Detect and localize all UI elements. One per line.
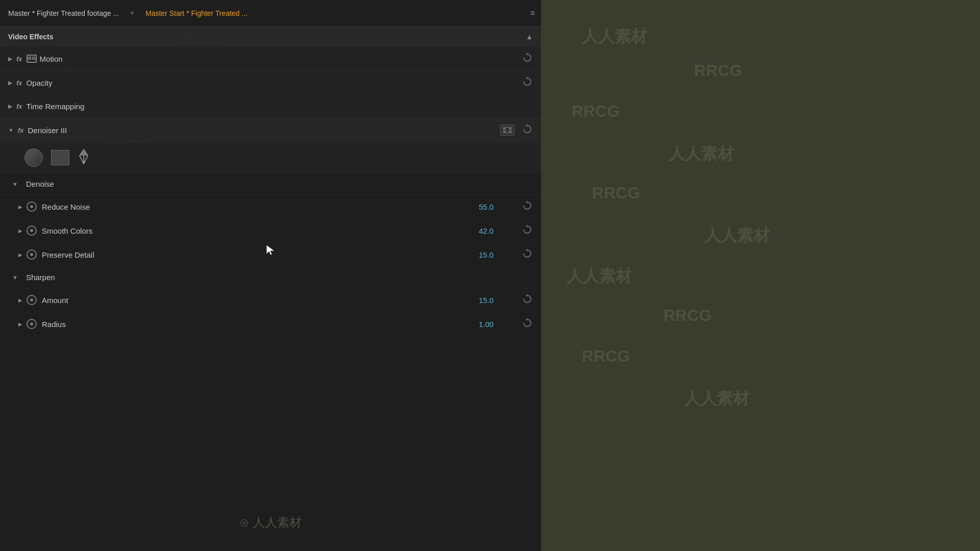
effect-row-motion: ▶ fx Motion xyxy=(0,47,541,71)
scroll-up-button[interactable]: ▲ xyxy=(526,33,533,41)
right-watermark-2: RRCG xyxy=(694,61,742,80)
preserve-detail-reset-button[interactable] xyxy=(522,248,533,261)
denoiser-name: Denoiser III xyxy=(28,126,500,135)
preserve-detail-value[interactable]: 15.0 xyxy=(479,251,509,259)
smooth-colors-name: Smooth Colors xyxy=(42,227,479,235)
tab-master-start[interactable]: Master Start * Fighter Treated ... xyxy=(137,0,256,26)
reduce-noise-expand[interactable]: ▶ xyxy=(18,204,22,210)
right-watermark-6: 人人素材 xyxy=(704,224,770,247)
video-effects-header: Video Effects ▲ xyxy=(0,27,541,47)
smooth-colors-value[interactable]: 42.0 xyxy=(479,227,509,235)
reduce-noise-name: Reduce Noise xyxy=(42,203,479,211)
tool-circle[interactable] xyxy=(24,148,43,167)
svg-marker-17 xyxy=(526,294,527,297)
motion-reset-button[interactable] xyxy=(522,52,533,65)
time-remapping-expand[interactable]: ▶ xyxy=(8,103,12,110)
right-watermark-8: RRCG xyxy=(664,306,712,325)
svg-marker-11 xyxy=(80,149,88,156)
svg-marker-14 xyxy=(526,224,527,228)
param-row-preserve-detail: ▶ Preserve Detail 15.0 xyxy=(0,243,541,267)
denoiser-tools-row xyxy=(0,142,541,173)
param-row-amount: ▶ Amount 15.0 xyxy=(0,288,541,312)
tab-master-fighter[interactable]: Master * Fighter Treated footage ... xyxy=(0,0,127,26)
preserve-detail-stopwatch-icon xyxy=(27,249,37,260)
svg-rect-2 xyxy=(503,127,511,133)
opacity-fx-badge: fx xyxy=(16,79,22,87)
amount-reset-button[interactable] xyxy=(522,293,533,307)
amount-value[interactable]: 15.0 xyxy=(479,296,509,305)
denoiser-edit-button[interactable] xyxy=(500,124,514,136)
radius-stopwatch-icon xyxy=(27,319,37,329)
right-watermark-5: RRCG xyxy=(592,184,640,203)
tab-divider: ▼ xyxy=(127,10,137,17)
effect-row-time-remapping: ▶ fx Time Remapping xyxy=(0,95,541,118)
radius-value[interactable]: 1.00 xyxy=(479,320,509,329)
tool-rect[interactable] xyxy=(51,150,69,165)
opacity-name: Opacity xyxy=(27,79,522,87)
motion-expand[interactable]: ▶ xyxy=(8,56,12,62)
footer-watermark: ⊙ 人人素材 xyxy=(239,514,302,531)
tab-menu-icon[interactable]: ≡ xyxy=(524,9,541,18)
svg-marker-9 xyxy=(526,124,527,127)
svg-rect-7 xyxy=(510,128,511,129)
denoiser-fx-badge: fx xyxy=(18,127,24,134)
preserve-detail-expand[interactable]: ▶ xyxy=(18,252,22,258)
right-watermark-4: 人人素材 xyxy=(669,143,734,165)
smooth-colors-reset-button[interactable] xyxy=(522,224,533,237)
motion-film-icon xyxy=(27,55,37,63)
video-effects-title: Video Effects xyxy=(8,33,53,41)
param-row-radius: ▶ Radius 1.00 xyxy=(0,312,541,336)
svg-marker-0 xyxy=(526,53,527,56)
denoise-section-expand[interactable]: ▼ xyxy=(12,181,18,187)
opacity-expand[interactable]: ▶ xyxy=(8,80,12,86)
time-remapping-name: Time Remapping xyxy=(27,102,533,111)
amount-stopwatch-icon xyxy=(27,295,37,305)
svg-marker-13 xyxy=(526,201,527,204)
amount-expand[interactable]: ▶ xyxy=(18,297,22,303)
motion-fx-badge: fx xyxy=(16,55,22,63)
sharpen-section-name: Sharpen xyxy=(26,273,55,282)
header-tabs: Master * Fighter Treated footage ... ▼ M… xyxy=(0,0,541,27)
right-watermark-7: 人人素材 xyxy=(567,265,632,288)
denoiser-reset-button[interactable] xyxy=(522,123,533,137)
radius-expand[interactable]: ▶ xyxy=(18,321,22,327)
denoise-section-header: ▼ Denoise xyxy=(0,173,541,195)
svg-marker-15 xyxy=(526,248,527,252)
right-watermark-10: 人人素材 xyxy=(684,388,749,410)
effect-row-opacity: ▶ fx Opacity xyxy=(0,71,541,95)
param-row-smooth-colors: ▶ Smooth Colors 42.0 xyxy=(0,219,541,243)
svg-rect-8 xyxy=(510,131,511,132)
tool-pen[interactable] xyxy=(78,148,90,167)
radius-name: Radius xyxy=(42,320,479,329)
tab2-label: Master Start * Fighter Treated ... xyxy=(145,9,248,17)
svg-marker-1 xyxy=(526,77,527,80)
right-watermark-3: RRCG xyxy=(572,102,620,121)
param-row-reduce-noise: ▶ Reduce Noise 55.0 xyxy=(0,195,541,219)
smooth-colors-stopwatch-icon xyxy=(27,226,37,236)
tab1-label: Master * Fighter Treated footage ... xyxy=(8,9,119,17)
effect-row-denoiser: ▼ fx Denoiser III xyxy=(0,118,541,142)
time-remapping-fx-badge: fx xyxy=(16,103,22,110)
svg-rect-6 xyxy=(504,131,505,132)
right-watermark-1: 人人素材 xyxy=(582,26,647,48)
effects-list: ▶ fx Motion ▶ fx Opacity ▶ fx Time Remap… xyxy=(0,47,541,551)
amount-name: Amount xyxy=(42,296,479,305)
left-panel: RRCG 人人素材 RRCG 人人素材 RRCG 人人素材 RRCG 人人素材 … xyxy=(0,0,541,551)
radius-reset-button[interactable] xyxy=(522,317,533,331)
opacity-reset-button[interactable] xyxy=(522,76,533,89)
menu-icon: ≡ xyxy=(530,9,535,17)
reduce-noise-stopwatch-icon xyxy=(27,202,37,212)
right-watermark-9: RRCG xyxy=(582,347,630,366)
svg-rect-5 xyxy=(504,128,505,129)
reduce-noise-value[interactable]: 55.0 xyxy=(479,203,509,211)
denoiser-expand[interactable]: ▼ xyxy=(8,127,14,133)
svg-marker-18 xyxy=(526,318,527,321)
reduce-noise-reset-button[interactable] xyxy=(522,200,533,213)
denoise-section-name: Denoise xyxy=(26,180,54,188)
sharpen-section-expand[interactable]: ▼ xyxy=(12,274,18,281)
preserve-detail-name: Preserve Detail xyxy=(42,251,479,259)
motion-name: Motion xyxy=(40,55,522,63)
sharpen-section-header: ▼ Sharpen xyxy=(0,267,541,288)
smooth-colors-expand[interactable]: ▶ xyxy=(18,228,22,234)
right-panel: 人人素材 RRCG RRCG 人人素材 RRCG 人人素材 人人素材 RRCG … xyxy=(541,0,980,551)
